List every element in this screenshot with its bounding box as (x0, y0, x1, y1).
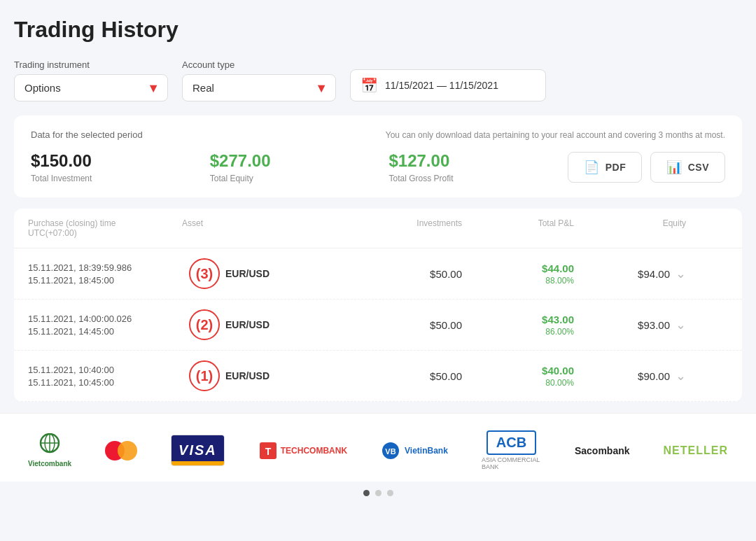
neteller-logo: NETELLER (664, 444, 728, 457)
td-time: 15.11.2021, 14:00:00.026 15.11.2021, 14:… (28, 314, 182, 337)
time-main: 15.11.2021, 14:00:00.026 (28, 314, 182, 324)
carousel-dots (0, 482, 756, 502)
visa-stripe-bottom (172, 461, 224, 465)
time-main: 15.11.2021, 10:40:00 (28, 365, 182, 375)
date-range-text: 11/15/2021 — 11/15/2021 (385, 80, 498, 91)
vietcombank-logo: Vietcombank (28, 433, 71, 468)
mc-yellow-circle (118, 441, 137, 461)
pnl-pct: 88.00% (545, 276, 574, 286)
vietcombank-label: Vietcombank (28, 460, 71, 468)
filters-row: Trading instrument Options ▼ Account typ… (14, 59, 742, 101)
table-row: 15.11.2021, 18:39:59.986 15.11.2021, 18:… (14, 248, 742, 300)
calendar-icon: 📅 (360, 77, 378, 94)
total-gross-profit-block: $127.00 Total Gross Profit (388, 151, 568, 183)
trades-table: Purchase (closing) time UTC(+07:00) Asse… (14, 209, 742, 402)
asset-name: EUR/USD (225, 268, 270, 279)
total-equity-block: $277.00 Total Equity (210, 151, 389, 183)
equity-value: $94.00 (638, 268, 670, 280)
total-equity-value: $277.00 (210, 151, 389, 171)
account-type-filter-group: Account type Real ▼ (182, 59, 336, 101)
td-equity: $90.00 ⌄ (574, 368, 686, 384)
th-asset: Asset (182, 218, 364, 238)
stats-row: $150.00 Total Investment $277.00 Total E… (31, 151, 725, 183)
csv-label: CSV (688, 162, 709, 173)
expand-row-icon[interactable]: ⌄ (676, 266, 686, 281)
payment-logos-footer: Vietcombank VISA T TECHCOMBANK (0, 413, 756, 482)
td-pnl: $44.00 88.00% (462, 262, 574, 286)
download-buttons: 📄 PDF 📊 CSV (568, 152, 725, 183)
svg-text:T: T (265, 446, 271, 457)
td-asset: (2) EUR/USD (182, 309, 364, 340)
time-main: 15.11.2021, 18:39:59.986 (28, 262, 182, 273)
td-time: 15.11.2021, 18:39:59.986 15.11.2021, 18:… (28, 262, 182, 286)
csv-icon: 📊 (666, 160, 682, 175)
data-download-note: You can only download data pertaining to… (386, 130, 725, 140)
trade-badge-1: (1) (189, 360, 220, 391)
td-investment: $50.00 (364, 319, 462, 331)
account-type-label: Account type (182, 59, 336, 70)
dot-3[interactable] (387, 490, 393, 496)
td-pnl: $40.00 80.00% (462, 365, 574, 388)
pnl-value: $40.00 (542, 365, 574, 377)
sacombank-label: Sacombank (575, 445, 630, 456)
pnl-pct: 80.00% (545, 378, 574, 388)
th-equity: Equity (574, 218, 686, 238)
account-type-select[interactable]: Real (182, 74, 336, 101)
td-investment: $50.00 (364, 370, 462, 382)
th-pnl: Total P&L (462, 218, 574, 238)
pdf-button[interactable]: 📄 PDF (568, 152, 642, 183)
techcombank-label: TECHCOMBANK (281, 446, 347, 456)
trade-badge-3: (3) (189, 258, 220, 289)
total-gross-profit-label: Total Gross Profit (388, 174, 568, 183)
sacombank-logo: Sacombank (575, 445, 630, 456)
acb-sublabel: ASIA COMMERCIAL BANK (482, 456, 541, 470)
svg-text:VB: VB (385, 447, 396, 456)
td-equity: $94.00 ⌄ (574, 266, 686, 281)
instrument-label: Trading instrument (14, 59, 168, 70)
instrument-filter-group: Trading instrument Options ▼ (14, 59, 168, 101)
vietinbank-logo: VB VietinBank (381, 441, 448, 461)
td-equity: $93.00 ⌄ (574, 317, 686, 332)
date-picker[interactable]: 📅 11/15/2021 — 11/15/2021 (350, 69, 546, 101)
vietinbank-icon: VB (381, 441, 400, 461)
instrument-select-wrapper: Options ▼ (14, 74, 168, 101)
td-asset: (1) EUR/USD (182, 360, 364, 391)
equity-value: $93.00 (638, 319, 670, 331)
visa-logo: VISA (171, 435, 225, 466)
table-row: 15.11.2021, 14:00:00.026 15.11.2021, 14:… (14, 300, 742, 351)
table-row: 15.11.2021, 10:40:00 15.11.2021, 10:45:0… (14, 351, 742, 402)
time-sub: 15.11.2021, 14:45:00 (28, 326, 182, 337)
expand-row-icon[interactable]: ⌄ (676, 317, 686, 332)
th-investments: Investments (364, 218, 462, 238)
trade-badge-2: (2) (189, 309, 220, 340)
time-sub: 15.11.2021, 10:45:00 (28, 377, 182, 388)
visa-text: VISA (178, 442, 217, 458)
page-title: Trading History (14, 17, 742, 43)
acb-logo: ACB ASIA COMMERCIAL BANK (482, 430, 541, 470)
vietinbank-label: VietinBank (405, 446, 448, 456)
table-body: 15.11.2021, 18:39:59.986 15.11.2021, 18:… (14, 248, 742, 402)
techcombank-icon: T (258, 441, 278, 461)
td-investment: $50.00 (364, 268, 462, 280)
expand-row-icon[interactable]: ⌄ (676, 368, 686, 384)
equity-value: $90.00 (638, 370, 670, 382)
total-investment-block: $150.00 Total Investment (31, 151, 210, 183)
data-period-bar: Data for the selected period You can onl… (31, 129, 725, 140)
total-investment-value: $150.00 (31, 151, 210, 171)
th-actions (686, 218, 728, 238)
table-header: Purchase (closing) time UTC(+07:00) Asse… (14, 209, 742, 248)
vietcombank-icon (36, 433, 64, 458)
td-asset: (3) EUR/USD (182, 258, 364, 289)
csv-button[interactable]: 📊 CSV (650, 152, 725, 183)
time-sub: 15.11.2021, 18:45:00 (28, 275, 182, 286)
dot-1[interactable] (363, 490, 370, 496)
total-investment-label: Total Investment (31, 174, 210, 183)
instrument-select[interactable]: Options (14, 74, 168, 101)
td-pnl: $43.00 86.00% (462, 314, 574, 337)
dot-2[interactable] (375, 490, 382, 496)
pnl-value: $43.00 (542, 314, 574, 325)
date-filter-group: 📅 11/15/2021 — 11/15/2021 (350, 69, 546, 101)
neteller-label: NETELLER (664, 444, 728, 457)
asset-name: EUR/USD (225, 370, 270, 381)
acb-text: ACB (496, 435, 526, 450)
